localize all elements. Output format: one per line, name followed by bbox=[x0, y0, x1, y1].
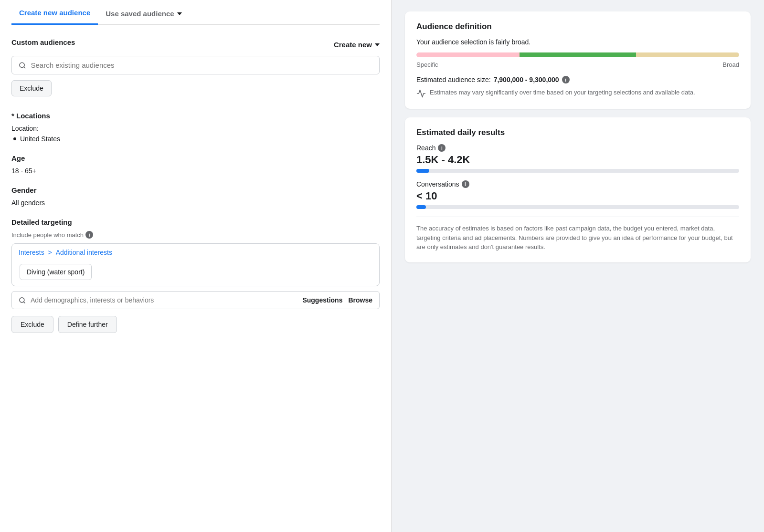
custom-audiences-header: Custom audiences Create new bbox=[11, 38, 380, 51]
chevron-down-icon bbox=[375, 43, 380, 46]
tab-use-saved-audience[interactable]: Use saved audience bbox=[98, 1, 189, 24]
conversations-metric: Conversations i < 10 bbox=[416, 180, 739, 209]
tab-create-new-audience[interactable]: Create new audience bbox=[11, 0, 98, 25]
gauge-labels: Specific Broad bbox=[416, 61, 739, 68]
add-demographics-input[interactable] bbox=[31, 296, 297, 304]
add-demo-actions: Suggestions Browse bbox=[302, 296, 372, 304]
age-section: Age 18 - 65+ bbox=[11, 154, 380, 175]
detailed-targeting-label: Detailed targeting bbox=[11, 218, 380, 226]
reach-bar-fill bbox=[416, 169, 429, 173]
reach-metric: Reach i 1.5K - 4.2K bbox=[416, 144, 739, 173]
right-panel: Audience definition Your audience select… bbox=[392, 0, 764, 532]
estimated-daily-title: Estimated daily results bbox=[416, 128, 739, 137]
audience-definition-title: Audience definition bbox=[416, 22, 739, 31]
tag-diving[interactable]: Diving (water sport) bbox=[20, 264, 92, 280]
gauge-broad-label: Broad bbox=[722, 61, 739, 68]
breadcrumb-interests-link[interactable]: Interests bbox=[19, 249, 44, 256]
divider bbox=[416, 217, 739, 217]
custom-audiences-label: Custom audiences bbox=[11, 38, 75, 46]
info-icon[interactable]: i bbox=[562, 76, 570, 83]
tag-row: Diving (water sport) bbox=[12, 259, 379, 286]
gender-label: Gender bbox=[11, 186, 380, 194]
chevron-down-icon bbox=[177, 12, 182, 15]
detailed-targeting-section: Detailed targeting Include people who ma… bbox=[11, 218, 380, 333]
suggestions-button[interactable]: Suggestions bbox=[302, 296, 342, 304]
bullet-icon bbox=[13, 137, 16, 140]
search-audiences-box[interactable] bbox=[11, 56, 380, 74]
location-sub-label: Location: bbox=[11, 125, 380, 132]
breadcrumb: Interests > Additional interests bbox=[12, 244, 379, 259]
custom-audiences-section: Custom audiences Create new Exclude bbox=[11, 38, 380, 100]
reach-label: Reach i bbox=[416, 144, 739, 152]
chart-icon bbox=[416, 89, 426, 98]
search-icon bbox=[19, 62, 26, 69]
accuracy-note: The accuracy of estimates is based on fa… bbox=[416, 224, 739, 252]
gender-section: Gender All genders bbox=[11, 186, 380, 207]
gauge-segment-middle bbox=[520, 52, 636, 57]
svg-line-3 bbox=[23, 302, 25, 303]
reach-bar-track bbox=[416, 169, 739, 173]
conversations-value: < 10 bbox=[416, 190, 739, 202]
define-further-button[interactable]: Define further bbox=[58, 316, 117, 333]
gauge-segment-specific bbox=[416, 52, 520, 57]
exclude-button[interactable]: Exclude bbox=[11, 316, 53, 333]
gauge-specific-label: Specific bbox=[416, 61, 438, 68]
breadcrumb-separator: > bbox=[48, 249, 54, 256]
search-icon bbox=[19, 297, 26, 304]
estimated-size: Estimated audience size: 7,900,000 - 9,3… bbox=[416, 76, 739, 83]
svg-line-1 bbox=[24, 66, 25, 68]
reach-value: 1.5K - 4.2K bbox=[416, 154, 739, 166]
breadcrumb-additional-interests-link[interactable]: Additional interests bbox=[56, 249, 112, 256]
age-label: Age bbox=[11, 154, 380, 162]
gauge-bar bbox=[416, 52, 739, 57]
browse-button[interactable]: Browse bbox=[348, 296, 372, 304]
audience-definition-card: Audience definition Your audience select… bbox=[405, 11, 751, 109]
estimate-note: Estimates may vary significantly over ti… bbox=[416, 88, 739, 98]
info-icon[interactable]: i bbox=[462, 180, 469, 188]
age-value: 18 - 65+ bbox=[11, 167, 380, 175]
gauge-segment-broad bbox=[636, 52, 739, 57]
locations-section: * Locations Location: United States bbox=[11, 112, 380, 143]
add-demographics-box[interactable]: Suggestions Browse bbox=[11, 291, 380, 309]
estimated-daily-results-card: Estimated daily results Reach i 1.5K - 4… bbox=[405, 117, 751, 262]
audience-broad-text: Your audience selection is fairly broad. bbox=[416, 38, 739, 46]
info-icon[interactable]: i bbox=[438, 144, 446, 152]
create-new-button[interactable]: Create new bbox=[334, 41, 380, 49]
left-panel: Create new audience Use saved audience C… bbox=[0, 0, 392, 532]
gender-value: All genders bbox=[11, 199, 380, 207]
targeting-box: Interests > Additional interests Diving … bbox=[11, 243, 380, 286]
conversations-label: Conversations i bbox=[416, 180, 739, 188]
location-item: United States bbox=[13, 135, 380, 143]
search-audiences-input[interactable] bbox=[31, 61, 372, 69]
bottom-buttons: Exclude Define further bbox=[11, 316, 380, 333]
info-icon[interactable]: i bbox=[85, 231, 93, 239]
exclude-custom-audiences-button[interactable]: Exclude bbox=[11, 80, 52, 96]
tabs-row: Create new audience Use saved audience bbox=[11, 0, 380, 25]
conversations-bar-track bbox=[416, 205, 739, 209]
locations-label: * Locations bbox=[11, 112, 380, 120]
include-label: Include people who match i bbox=[11, 231, 380, 239]
location-value: United States bbox=[20, 135, 60, 143]
conversations-bar-fill bbox=[416, 205, 426, 209]
